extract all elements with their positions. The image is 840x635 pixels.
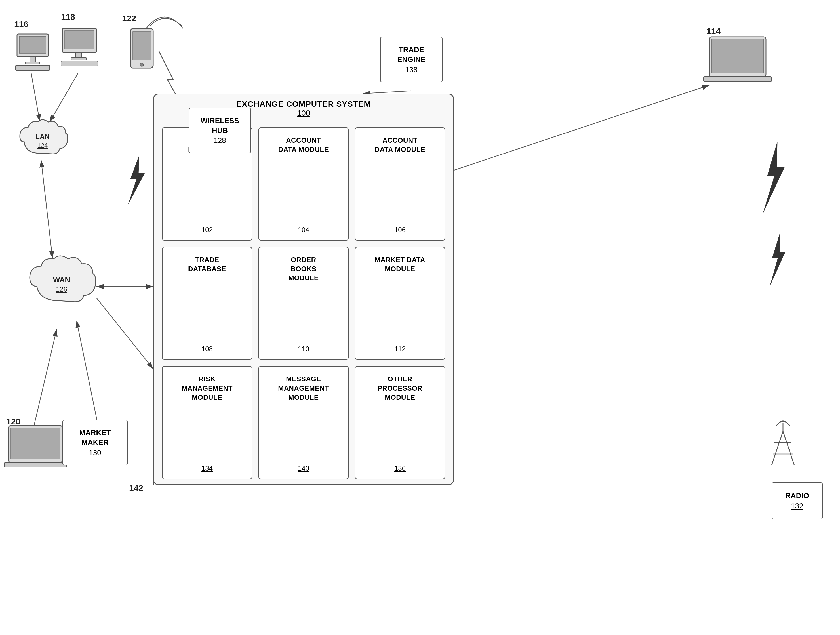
module-risk-management-number: 134 bbox=[201, 464, 213, 472]
svg-line-25 bbox=[31, 73, 40, 122]
module-order-books-number: 110 bbox=[298, 345, 309, 353]
svg-rect-10 bbox=[71, 58, 87, 60]
radio-number: 132 bbox=[791, 502, 803, 510]
ref-114: 114 bbox=[706, 26, 720, 36]
module-account-data-106-number: 106 bbox=[394, 226, 406, 234]
modules-grid: USERDATABASE 102 ACCOUNTDATA MODULE 104 … bbox=[154, 121, 453, 485]
svg-text:124: 124 bbox=[38, 142, 48, 149]
svg-rect-18 bbox=[131, 28, 153, 68]
module-account-data-106-label: ACCOUNTDATA MODULE bbox=[375, 136, 425, 154]
svg-line-37 bbox=[783, 431, 794, 465]
wan-cloud: WAN 126 bbox=[30, 256, 96, 302]
ref-120: 120 bbox=[6, 417, 21, 426]
svg-text:LAN: LAN bbox=[35, 133, 49, 141]
laptop-120-icon bbox=[4, 426, 67, 467]
trade-engine-box: TRADEENGINE 138 bbox=[380, 37, 442, 82]
ref-142: 142 bbox=[129, 483, 143, 493]
module-market-data-number: 112 bbox=[394, 345, 406, 353]
market-maker-label: MARKETMAKER bbox=[79, 428, 111, 447]
module-account-data-104: ACCOUNTDATA MODULE 104 bbox=[259, 127, 349, 241]
market-maker-box: MARKETMAKER 130 bbox=[62, 420, 128, 465]
svg-rect-6 bbox=[16, 65, 50, 70]
svg-rect-15 bbox=[8, 426, 62, 463]
svg-point-20 bbox=[140, 63, 144, 66]
svg-rect-8 bbox=[65, 31, 94, 49]
radio-icon bbox=[772, 421, 794, 466]
computer-118-icon bbox=[61, 28, 98, 66]
module-market-data: MARKET DATAMODULE 112 bbox=[355, 247, 445, 360]
svg-line-36 bbox=[772, 431, 783, 465]
ref-122: 122 bbox=[122, 14, 136, 23]
svg-rect-2 bbox=[17, 34, 48, 57]
module-other-processor-label: OTHERPROCESSORMODULE bbox=[377, 374, 422, 402]
wireless-hub-label: WIRELESSHUB bbox=[201, 116, 239, 135]
module-account-data-106: ACCOUNTDATA MODULE 106 bbox=[355, 127, 445, 241]
module-trade-database-number: 108 bbox=[201, 345, 213, 353]
module-risk-management: RISKMANAGEMENTMODULE 134 bbox=[162, 366, 252, 479]
svg-line-33 bbox=[363, 91, 411, 94]
diagram: LAN 124 WAN 126 bbox=[0, 0, 840, 635]
svg-rect-14 bbox=[704, 77, 772, 82]
svg-rect-11 bbox=[61, 61, 98, 66]
svg-rect-13 bbox=[712, 39, 764, 73]
wireless-hub-box: WIRELESSHUB 128 bbox=[189, 108, 251, 153]
svg-line-26 bbox=[50, 73, 78, 122]
module-other-processor-number: 136 bbox=[394, 464, 406, 472]
svg-line-27 bbox=[41, 160, 52, 258]
svg-text:WAN: WAN bbox=[53, 275, 70, 284]
module-trade-database-label: TRADEDATABASE bbox=[188, 255, 226, 274]
svg-line-29 bbox=[34, 329, 57, 426]
lightning-left bbox=[128, 156, 145, 204]
ref-118: 118 bbox=[61, 12, 75, 22]
lan-cloud: LAN 124 bbox=[20, 120, 68, 154]
module-user-database-number: 102 bbox=[201, 226, 213, 234]
market-maker-number: 130 bbox=[89, 448, 101, 457]
module-account-data-104-label: ACCOUNTDATA MODULE bbox=[278, 136, 329, 154]
lightning-right-large bbox=[763, 142, 785, 213]
svg-rect-12 bbox=[709, 37, 766, 77]
radio-label: RADIO bbox=[785, 491, 809, 501]
svg-rect-5 bbox=[25, 62, 40, 64]
trade-engine-label: TRADEENGINE bbox=[397, 45, 426, 65]
module-trade-database: TRADEDATABASE 108 bbox=[162, 247, 252, 360]
module-market-data-label: MARKET DATAMODULE bbox=[375, 255, 425, 274]
computer-116-icon bbox=[16, 34, 50, 70]
svg-rect-4 bbox=[30, 57, 35, 62]
module-message-management: MESSAGEMANAGEMENTMODULE 140 bbox=[259, 366, 349, 479]
radio-box: RADIO 132 bbox=[772, 482, 823, 519]
svg-text:126: 126 bbox=[56, 286, 67, 293]
svg-line-31 bbox=[96, 298, 153, 369]
module-order-books: ORDERBOOKSMODULE 110 bbox=[259, 247, 349, 360]
module-account-data-104-number: 104 bbox=[298, 226, 309, 234]
svg-rect-16 bbox=[11, 428, 60, 459]
module-risk-management-label: RISKMANAGEMENTMODULE bbox=[182, 374, 233, 402]
laptop-114-icon bbox=[704, 37, 772, 82]
svg-rect-19 bbox=[133, 32, 151, 60]
module-message-management-label: MESSAGEMANAGEMENTMODULE bbox=[278, 374, 329, 402]
svg-rect-9 bbox=[76, 52, 81, 58]
wireless-hub-number: 128 bbox=[214, 136, 226, 145]
lightning-right-medium bbox=[770, 233, 785, 285]
module-order-books-label: ORDERBOOKSMODULE bbox=[289, 255, 319, 283]
module-other-processor: OTHERPROCESSORMODULE 136 bbox=[355, 366, 445, 479]
svg-line-34 bbox=[454, 85, 709, 170]
mobile-122-icon bbox=[131, 28, 153, 68]
ref-116: 116 bbox=[14, 19, 28, 28]
svg-rect-17 bbox=[4, 463, 67, 467]
exchange-title: EXCHANGE COMPUTER SYSTEM bbox=[154, 95, 453, 109]
svg-rect-3 bbox=[19, 36, 46, 53]
module-message-management-number: 140 bbox=[298, 464, 309, 472]
trade-engine-number: 138 bbox=[405, 65, 417, 74]
svg-rect-7 bbox=[62, 28, 96, 52]
